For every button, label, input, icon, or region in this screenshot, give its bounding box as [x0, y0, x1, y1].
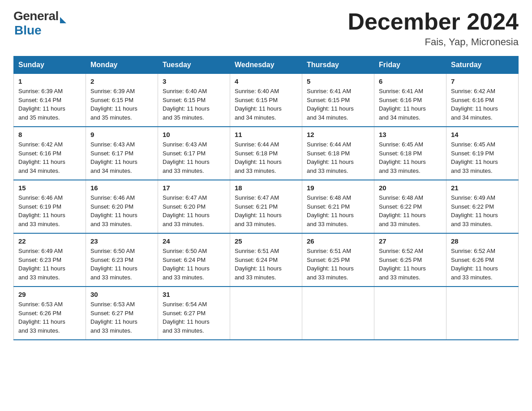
week-row-3: 15Sunrise: 6:46 AMSunset: 6:19 PMDayligh…: [14, 180, 519, 233]
week-row-1: 1Sunrise: 6:39 AMSunset: 6:14 PMDaylight…: [14, 74, 519, 127]
calendar-cell: [302, 287, 374, 340]
calendar-table: SundayMondayTuesdayWednesdayThursdayFrid…: [13, 56, 519, 340]
week-row-4: 22Sunrise: 6:49 AMSunset: 6:23 PMDayligh…: [14, 233, 519, 287]
day-info: Sunrise: 6:51 AMSunset: 6:24 PMDaylight:…: [235, 247, 297, 282]
calendar-cell: 31Sunrise: 6:54 AMSunset: 6:27 PMDayligh…: [158, 287, 230, 340]
day-number: 6: [379, 77, 442, 85]
day-info: Sunrise: 6:47 AMSunset: 6:21 PMDaylight:…: [235, 193, 297, 228]
day-number: 1: [18, 77, 81, 85]
day-header-wednesday: Wednesday: [230, 56, 302, 74]
calendar-cell: 16Sunrise: 6:46 AMSunset: 6:20 PMDayligh…: [86, 180, 158, 233]
day-number: 20: [379, 184, 442, 192]
day-number: 27: [379, 237, 442, 245]
day-info: Sunrise: 6:50 AMSunset: 6:23 PMDaylight:…: [90, 247, 153, 282]
logo-general-text: General: [13, 9, 59, 23]
day-info: Sunrise: 6:53 AMSunset: 6:27 PMDaylight:…: [90, 300, 153, 335]
day-number: 7: [451, 77, 514, 85]
calendar-cell: 15Sunrise: 6:46 AMSunset: 6:19 PMDayligh…: [14, 180, 86, 233]
day-info: Sunrise: 6:39 AMSunset: 6:14 PMDaylight:…: [18, 87, 81, 122]
calendar-cell: 4Sunrise: 6:40 AMSunset: 6:15 PMDaylight…: [230, 74, 302, 127]
calendar-cell: 8Sunrise: 6:42 AMSunset: 6:16 PMDaylight…: [14, 127, 86, 180]
day-number: 9: [90, 131, 153, 138]
calendar-cell: 3Sunrise: 6:40 AMSunset: 6:15 PMDaylight…: [158, 74, 230, 127]
day-header-thursday: Thursday: [302, 56, 374, 74]
title-section: December 2024 Fais, Yap, Micronesia: [348, 9, 519, 48]
calendar-cell: 21Sunrise: 6:49 AMSunset: 6:22 PMDayligh…: [446, 180, 519, 233]
month-title: December 2024: [348, 9, 519, 34]
calendar-cell: 26Sunrise: 6:51 AMSunset: 6:25 PMDayligh…: [302, 233, 374, 287]
day-number: 31: [163, 291, 225, 298]
day-number: 3: [163, 77, 225, 85]
calendar-cell: [446, 287, 519, 340]
day-header-sunday: Sunday: [14, 56, 86, 74]
calendar-cell: 14Sunrise: 6:45 AMSunset: 6:19 PMDayligh…: [446, 127, 519, 180]
calendar-cell: 17Sunrise: 6:47 AMSunset: 6:20 PMDayligh…: [158, 180, 230, 233]
calendar-cell: 25Sunrise: 6:51 AMSunset: 6:24 PMDayligh…: [230, 233, 302, 287]
day-number: 12: [307, 131, 369, 138]
day-number: 19: [307, 184, 369, 192]
days-header-row: SundayMondayTuesdayWednesdayThursdayFrid…: [14, 56, 519, 74]
day-info: Sunrise: 6:48 AMSunset: 6:21 PMDaylight:…: [307, 193, 369, 228]
calendar-cell: 23Sunrise: 6:50 AMSunset: 6:23 PMDayligh…: [86, 233, 158, 287]
calendar-cell: 18Sunrise: 6:47 AMSunset: 6:21 PMDayligh…: [230, 180, 302, 233]
calendar-cell: 1Sunrise: 6:39 AMSunset: 6:14 PMDaylight…: [14, 74, 86, 127]
day-info: Sunrise: 6:52 AMSunset: 6:25 PMDaylight:…: [379, 247, 442, 282]
calendar-cell: 28Sunrise: 6:52 AMSunset: 6:26 PMDayligh…: [446, 233, 519, 287]
calendar-cell: 22Sunrise: 6:49 AMSunset: 6:23 PMDayligh…: [14, 233, 86, 287]
calendar-cell: 10Sunrise: 6:43 AMSunset: 6:17 PMDayligh…: [158, 127, 230, 180]
week-row-2: 8Sunrise: 6:42 AMSunset: 6:16 PMDaylight…: [14, 127, 519, 180]
day-info: Sunrise: 6:46 AMSunset: 6:20 PMDaylight:…: [90, 193, 153, 228]
day-info: Sunrise: 6:49 AMSunset: 6:22 PMDaylight:…: [451, 193, 514, 228]
logo-arrow-icon: [60, 17, 66, 23]
day-info: Sunrise: 6:54 AMSunset: 6:27 PMDaylight:…: [163, 300, 225, 335]
day-info: Sunrise: 6:40 AMSunset: 6:15 PMDaylight:…: [163, 87, 225, 122]
calendar-cell: 2Sunrise: 6:39 AMSunset: 6:15 PMDaylight…: [86, 74, 158, 127]
calendar-cell: [374, 287, 446, 340]
day-info: Sunrise: 6:39 AMSunset: 6:15 PMDaylight:…: [90, 87, 153, 122]
day-number: 30: [90, 291, 153, 298]
day-header-monday: Monday: [86, 56, 158, 74]
day-number: 26: [307, 237, 369, 245]
calendar-cell: 7Sunrise: 6:42 AMSunset: 6:16 PMDaylight…: [446, 74, 519, 127]
day-info: Sunrise: 6:45 AMSunset: 6:19 PMDaylight:…: [451, 140, 514, 175]
day-number: 8: [18, 131, 81, 138]
day-number: 29: [18, 291, 81, 298]
day-info: Sunrise: 6:46 AMSunset: 6:19 PMDaylight:…: [18, 193, 81, 228]
calendar-cell: 29Sunrise: 6:53 AMSunset: 6:26 PMDayligh…: [14, 287, 86, 340]
calendar-cell: 12Sunrise: 6:44 AMSunset: 6:18 PMDayligh…: [302, 127, 374, 180]
day-number: 21: [451, 184, 514, 192]
day-number: 5: [307, 77, 369, 85]
day-info: Sunrise: 6:49 AMSunset: 6:23 PMDaylight:…: [18, 247, 81, 282]
calendar-cell: 13Sunrise: 6:45 AMSunset: 6:18 PMDayligh…: [374, 127, 446, 180]
day-header-tuesday: Tuesday: [158, 56, 230, 74]
calendar-cell: 5Sunrise: 6:41 AMSunset: 6:15 PMDaylight…: [302, 74, 374, 127]
calendar-cell: 9Sunrise: 6:43 AMSunset: 6:17 PMDaylight…: [86, 127, 158, 180]
day-header-saturday: Saturday: [446, 56, 519, 74]
calendar-cell: 11Sunrise: 6:44 AMSunset: 6:18 PMDayligh…: [230, 127, 302, 180]
calendar-cell: 27Sunrise: 6:52 AMSunset: 6:25 PMDayligh…: [374, 233, 446, 287]
day-number: 22: [18, 237, 81, 245]
day-info: Sunrise: 6:43 AMSunset: 6:17 PMDaylight:…: [163, 140, 225, 175]
page-header: General Blue December 2024 Fais, Yap, Mi…: [13, 9, 519, 48]
day-number: 10: [163, 131, 225, 138]
day-info: Sunrise: 6:41 AMSunset: 6:16 PMDaylight:…: [379, 87, 442, 122]
day-number: 11: [235, 131, 297, 138]
day-info: Sunrise: 6:40 AMSunset: 6:15 PMDaylight:…: [235, 87, 297, 122]
day-info: Sunrise: 6:51 AMSunset: 6:25 PMDaylight:…: [307, 247, 369, 282]
day-info: Sunrise: 6:44 AMSunset: 6:18 PMDaylight:…: [307, 140, 369, 175]
day-number: 14: [451, 131, 514, 138]
day-info: Sunrise: 6:47 AMSunset: 6:20 PMDaylight:…: [163, 193, 225, 228]
calendar-cell: 6Sunrise: 6:41 AMSunset: 6:16 PMDaylight…: [374, 74, 446, 127]
day-info: Sunrise: 6:44 AMSunset: 6:18 PMDaylight:…: [235, 140, 297, 175]
logo-blue-text: Blue: [14, 23, 42, 37]
day-number: 2: [90, 77, 153, 85]
day-info: Sunrise: 6:50 AMSunset: 6:24 PMDaylight:…: [163, 247, 225, 282]
calendar-cell: 24Sunrise: 6:50 AMSunset: 6:24 PMDayligh…: [158, 233, 230, 287]
day-info: Sunrise: 6:52 AMSunset: 6:26 PMDaylight:…: [451, 247, 514, 282]
day-number: 18: [235, 184, 297, 192]
day-number: 24: [163, 237, 225, 245]
calendar-cell: 30Sunrise: 6:53 AMSunset: 6:27 PMDayligh…: [86, 287, 158, 340]
day-info: Sunrise: 6:48 AMSunset: 6:22 PMDaylight:…: [379, 193, 442, 228]
day-number: 17: [163, 184, 225, 192]
day-number: 25: [235, 237, 297, 245]
